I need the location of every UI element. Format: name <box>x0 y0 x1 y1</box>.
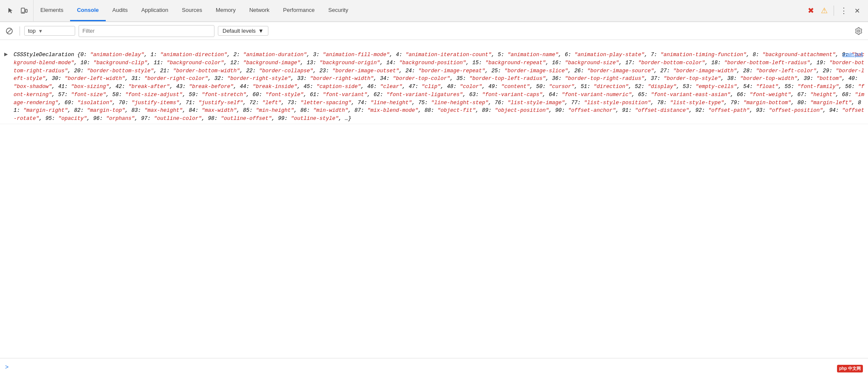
tab-security[interactable]: Security <box>321 0 355 21</box>
tab-network[interactable]: Network <box>242 0 276 21</box>
devtools-nav: Elements Console Audits Application Sour… <box>0 0 868 22</box>
close-circle-icon[interactable]: ✖ <box>805 5 817 17</box>
tab-application[interactable]: Application <box>135 0 175 21</box>
console-text: CSSStyleDeclaration {0: "animation-delay… <box>14 51 865 123</box>
toolbar-sep-1 <box>20 26 20 36</box>
tab-audits[interactable]: Audits <box>106 0 135 21</box>
nav-tabs: Elements Console Audits Application Sour… <box>34 0 801 21</box>
prompt-icon: > <box>5 364 8 370</box>
context-selector[interactable]: top ▼ <box>24 26 75 36</box>
svg-line-4 <box>7 29 11 33</box>
tab-console[interactable]: Console <box>70 0 105 21</box>
nav-divider <box>834 6 834 16</box>
tab-performance[interactable]: Performance <box>276 0 321 21</box>
device-icon[interactable] <box>18 4 31 17</box>
clear-console-button[interactable] <box>3 25 15 37</box>
cursor-icon[interactable] <box>4 4 17 17</box>
nav-right-icons: ✖ ⚠ ⋮ ✕ <box>801 0 866 21</box>
file-link[interactable]: main.js:4 <box>843 51 863 57</box>
svg-rect-1 <box>25 9 27 12</box>
console-message-1: ▶ main.js:4 CSSStyleDeclaration {0: "ani… <box>0 50 868 124</box>
levels-selector[interactable]: Default levels ▼ <box>218 26 268 36</box>
more-options-icon[interactable]: ⋮ <box>837 5 849 17</box>
console-input-bar: > php 中文网 <box>0 358 868 375</box>
filter-input[interactable] <box>79 25 214 37</box>
context-dropdown-arrow: ▼ <box>38 28 43 34</box>
close-devtools-icon[interactable]: ✕ <box>851 5 863 17</box>
settings-button[interactable] <box>853 25 865 37</box>
tab-sources[interactable]: Sources <box>175 0 209 21</box>
warning-icon[interactable]: ⚠ <box>818 5 830 17</box>
context-label: top <box>28 28 36 34</box>
console-output[interactable]: ▶ main.js:4 CSSStyleDeclaration {0: "ani… <box>0 40 868 358</box>
levels-dropdown-arrow: ▼ <box>258 28 264 34</box>
console-input[interactable] <box>12 364 863 370</box>
console-toolbar: top ▼ Default levels ▼ <box>0 22 868 40</box>
php-logo: php 中文网 <box>837 365 863 372</box>
expand-arrow[interactable]: ▶ <box>4 51 8 57</box>
tab-elements[interactable]: Elements <box>34 0 70 21</box>
levels-label: Default levels <box>223 28 256 34</box>
nav-icon-group <box>2 0 34 21</box>
tab-memory[interactable]: Memory <box>209 0 242 21</box>
